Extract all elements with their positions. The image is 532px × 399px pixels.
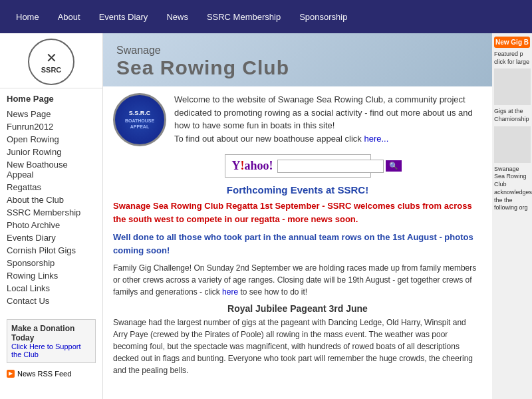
club-subtitle: Swanage [116, 45, 479, 57]
logo-area: ✕ SSRC [0, 33, 102, 88]
sidebar-item-junior-rowing[interactable]: Junior Rowing [7, 146, 96, 158]
events-section-title: Forthcoming Events at SSRC! [113, 184, 482, 196]
sidebar-item-rowing-links[interactable]: Rowing Links [7, 269, 96, 282]
sidebar-item-cornish-gigs[interactable]: Cornish Pilot Gigs [7, 244, 96, 257]
rss-feed-item[interactable]: ▶ News RSS Feed [7, 370, 96, 378]
sidebar-item-local-links[interactable]: Local Links [7, 282, 96, 295]
nav-sponsorship[interactable]: Sponsorship [290, 12, 356, 22]
badge-ssrc: S.S.R.C [129, 110, 151, 118]
event-family-gig: Family Gig Challenge! On Sunday 2nd Sept… [113, 262, 482, 298]
boathouse-badge: S.S.R.C BOATHOUSE APPEAL [113, 93, 166, 146]
gigs-text: Gigs at the Chamionship [494, 108, 530, 123]
club-title: Sea Rowing Club [116, 57, 479, 79]
sidebar-navigation: Home Page News Page Funrun2012 Open Rowi… [0, 88, 102, 313]
featured-text: Featured p click for large [494, 51, 530, 66]
nav-home[interactable]: Home [7, 12, 49, 22]
club-text: Swanage Sea Rowing Club acknowledges the… [494, 166, 530, 212]
new-gig-badge: New Gig B [494, 37, 530, 48]
welcome-block: S.S.R.C BOATHOUSE APPEAL Welcome to the … [113, 93, 482, 146]
nav-events-diary[interactable]: Events Diary [90, 12, 158, 22]
sidebar-item-boathouse-appeal[interactable]: New Boathouse Appeal [7, 158, 96, 181]
search-input[interactable] [277, 160, 384, 173]
welcome-paragraph: Welcome to the website of Swanage Sea Ro… [174, 94, 473, 130]
rss-link[interactable]: News RSS Feed [17, 370, 71, 378]
club-image [494, 126, 531, 163]
content-area: S.S.R.C BOATHOUSE APPEAL Welcome to the … [103, 86, 492, 383]
top-navigation: Home About Events Diary News SSRC Member… [0, 0, 532, 33]
right-panel: New Gig B Featured p click for large Gig… [492, 33, 532, 399]
sidebar-home-header: Home Page [7, 94, 96, 104]
nav-membership[interactable]: SSRC Membership [198, 12, 290, 22]
rss-icon: ▶ [7, 370, 15, 378]
sidebar: ✕ SSRC Home Page News Page Funrun2012 Op… [0, 33, 103, 399]
sidebar-item-funrun[interactable]: Funrun2012 [7, 120, 96, 133]
yahoo-logo: Y!ahoo! [232, 159, 273, 173]
appeal-link[interactable]: here... [364, 134, 388, 144]
main-layout: ✕ SSRC Home Page News Page Funrun2012 Op… [0, 33, 532, 399]
search-container: Y!ahoo! 🔍 [225, 154, 371, 178]
sidebar-item-events-diary[interactable]: Events Diary [7, 231, 96, 244]
sidebar-item-open-rowing[interactable]: Open Rowing [7, 133, 96, 146]
welcome-text: Welcome to the website of Swanage Sea Ro… [174, 93, 482, 146]
sidebar-item-contact-us[interactable]: Contact Us [7, 295, 96, 307]
sidebar-item-ssrc-membership[interactable]: SSRC Membership [7, 206, 96, 219]
event-team-rows: Well done to all those who took part in … [113, 231, 482, 257]
main-content: Swanage Sea Rowing Club S.S.R.C BOATHOUS… [103, 33, 492, 399]
jubilee-text: Swanage had the largest number of gigs a… [113, 317, 482, 376]
sidebar-item-photo-archive[interactable]: Photo Archive [7, 219, 96, 231]
appeal-intro: To find out about our new boathouse appe… [174, 134, 364, 144]
nav-about[interactable]: About [49, 12, 90, 22]
sidebar-item-sponsorship[interactable]: Sponsorship [7, 257, 96, 269]
donation-block: Make a Donation Today Click Here to Supp… [7, 319, 96, 363]
donate-link[interactable]: Click Here to Support the Club [11, 342, 81, 358]
event-family-suffix: to see how to do it! [238, 287, 307, 297]
sidebar-item-regattas[interactable]: Regattas [7, 181, 96, 194]
nav-news[interactable]: News [157, 12, 198, 22]
sidebar-item-about-club[interactable]: About the Club [7, 194, 96, 206]
sidebar-item-news[interactable]: News Page [7, 108, 96, 120]
oars-icon: ✕ [46, 50, 57, 66]
search-box-area: Y!ahoo! 🔍 [113, 154, 482, 178]
donate-title: Make a Donation Today [11, 324, 91, 342]
club-logo: ✕ SSRC [28, 39, 74, 85]
header-banner: Swanage Sea Rowing Club [103, 33, 492, 86]
event-regatta: Swanage Sea Rowing Club Regatta 1st Sept… [113, 200, 482, 225]
badge-boathouse: BOATHOUSE [125, 118, 154, 124]
logo-label: SSRC [41, 66, 62, 74]
badge-appeal: APPEAL [130, 124, 149, 130]
jubilee-title: Royal Jubilee Pageant 3rd June [113, 303, 482, 314]
event-family-link[interactable]: here [222, 287, 238, 297]
search-button[interactable]: 🔍 [386, 160, 402, 172]
featured-image [494, 68, 531, 105]
